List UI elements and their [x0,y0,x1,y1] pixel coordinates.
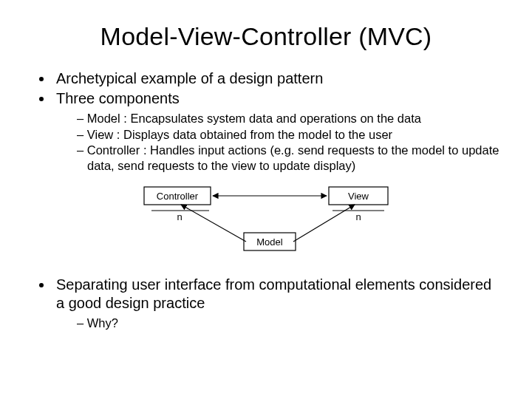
mvc-diagram: Controller View Model n n [129,181,403,262]
view-label: View [348,191,369,202]
sub-controller: Controller : Handles input actions (e.g.… [77,143,502,173]
bullet-three-components: Three components Model : Encapsulates sy… [53,89,502,174]
bullet-list-2: Separating user interface from computati… [30,276,502,331]
bullet-separating-ui-text: Separating user interface from computati… [56,276,491,311]
sub-view: View : Displays data obtained from the m… [77,127,502,143]
bullet-separating-ui: Separating user interface from computati… [53,276,502,331]
mult-n-controller: n [177,211,182,222]
mult-n-view: n [355,211,361,222]
slide-title: Model-View-Controller (MVC) [30,22,502,51]
controller-label: Controller [157,191,199,202]
sub-model: Model : Encapsulates system data and ope… [77,111,502,126]
bullet-archetypical: Archetypical example of a design pattern [53,69,502,88]
slide: Model-View-Controller (MVC) Archetypical… [0,0,532,399]
why-sublist: Why? [56,316,502,331]
sub-why: Why? [77,316,502,331]
mvc-diagram-container: Controller View Model n n [30,181,502,262]
components-sublist: Model : Encapsulates system data and ope… [56,111,502,174]
model-label: Model [256,236,283,248]
bullet-list: Archetypical example of a design pattern… [30,69,502,174]
bullet-three-components-text: Three components [56,90,180,106]
